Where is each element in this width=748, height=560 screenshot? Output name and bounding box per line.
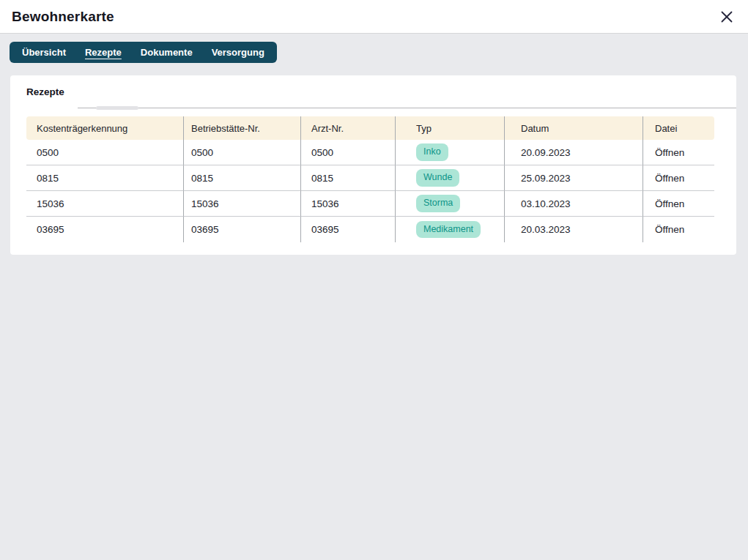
column-header-datei: Datei [643,116,714,140]
cell-betriebsstaette-nr: 0815 [183,165,300,191]
cell-typ: Wunde [395,165,504,191]
cell-betriebsstaette-nr: 03695 [183,217,300,242]
cell-arzt-nr: 0815 [300,165,395,191]
page-title: Bewohnerkarte [12,9,114,25]
horizontal-scrollbar[interactable] [10,105,736,110]
tab-bar: Übersicht Rezepte Dokumente Versorgung [10,42,277,63]
table-row: 15036 15036 15036 Storma 03.10.2023 Öffn… [26,191,714,217]
scrollbar-thumb[interactable] [96,106,138,110]
column-header-kostentraegerkennung: Kostenträgerkennung [26,116,183,140]
cell-typ: Medikament [395,217,504,242]
cell-kostentraegerkennung: 0815 [26,165,183,191]
typ-badge: Inko [416,143,448,161]
cell-datum: 20.03.2023 [504,217,643,242]
tab-dokumente[interactable]: Dokumente [131,42,202,63]
tab-uebersicht[interactable]: Übersicht [12,42,75,63]
cell-datum: 03.10.2023 [504,191,643,217]
cell-kostentraegerkennung: 0500 [26,140,183,165]
typ-badge: Medikament [416,221,481,239]
cell-kostentraegerkennung: 03695 [26,217,183,242]
close-button[interactable] [717,7,736,26]
scrollbar-track [78,108,736,108]
cell-betriebsstaette-nr: 0500 [183,140,300,165]
typ-badge: Storma [416,195,460,212]
cell-datum: 25.09.2023 [504,165,643,191]
open-file-link[interactable]: Öffnen [655,224,684,235]
cell-datei: Öffnen [643,217,714,242]
open-file-link[interactable]: Öffnen [655,147,684,158]
table-row: 0815 0815 0815 Wunde 25.09.2023 Öffnen [26,165,714,191]
cell-datei: Öffnen [643,191,714,217]
column-header-betriebsstaette-nr: Betriebstätte-Nr. [183,116,300,140]
panel-heading: Rezepte [26,86,736,97]
typ-badge: Wunde [416,169,459,187]
cell-betriebsstaette-nr: 15036 [183,191,300,217]
close-icon [719,10,734,24]
tab-versorgung[interactable]: Versorgung [202,42,274,63]
table-row: 0500 0500 0500 Inko 20.09.2023 Öffnen [26,140,714,165]
tab-rezepte[interactable]: Rezepte [75,42,131,63]
cell-datei: Öffnen [643,165,714,191]
table-row: 03695 03695 03695 Medikament 20.03.2023 … [26,217,714,242]
open-file-link[interactable]: Öffnen [655,198,684,209]
rezepte-table: Kostenträgerkennung Betriebstätte-Nr. Ar… [26,116,714,242]
cell-typ: Storma [395,191,504,217]
column-header-datum: Datum [504,116,643,140]
rezepte-panel: Rezepte Kostenträgerkennung Betriebstätt… [10,75,736,255]
cell-arzt-nr: 03695 [300,217,395,242]
table-header-row: Kostenträgerkennung Betriebstätte-Nr. Ar… [26,116,714,140]
open-file-link[interactable]: Öffnen [655,173,684,184]
cell-kostentraegerkennung: 15036 [26,191,183,217]
cell-datum: 20.09.2023 [504,140,643,165]
cell-typ: Inko [395,140,504,165]
cell-arzt-nr: 0500 [300,140,395,165]
cell-arzt-nr: 15036 [300,191,395,217]
window-header: Bewohnerkarte [0,0,748,34]
column-header-arzt-nr: Arzt-Nr. [300,116,395,140]
cell-datei: Öffnen [643,140,714,165]
column-header-typ: Typ [395,116,504,140]
